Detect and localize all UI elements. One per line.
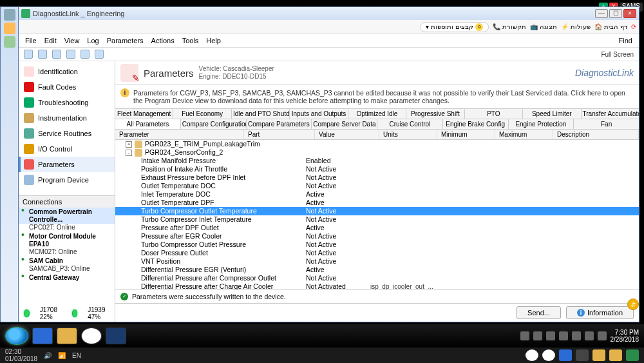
expand-icon[interactable]: + bbox=[126, 141, 132, 148]
tab-fan[interactable]: Fan bbox=[574, 119, 639, 129]
tree-node[interactable]: +PGR023_E_TRIM_PumpLeakageTrim bbox=[115, 140, 639, 148]
menu-parameters[interactable]: Parameters bbox=[107, 37, 144, 44]
host-tray-shield[interactable] bbox=[576, 349, 589, 361]
param-row[interactable]: Outlet Temperature DOCNot Active bbox=[115, 182, 639, 190]
connection-item[interactable]: Common Powertrain Controlle... bbox=[19, 208, 115, 224]
sidebar-item-troubleshooting[interactable]: Troubleshooting bbox=[19, 95, 115, 110]
taskbar-teamviewer-icon[interactable] bbox=[81, 328, 102, 344]
menu-help[interactable]: Help bbox=[206, 37, 221, 44]
param-row[interactable]: Intake Manifold PressureEnabled bbox=[115, 157, 639, 165]
tray-icon[interactable] bbox=[572, 331, 581, 340]
tab-fleet-management[interactable]: Fleet Management bbox=[115, 109, 173, 119]
sidebar-item-fault-codes[interactable]: Fault Codes bbox=[19, 79, 115, 95]
tab-cruise-control[interactable]: Cruise Control bbox=[377, 119, 443, 129]
col-units[interactable]: Units bbox=[379, 130, 437, 139]
tab-compare-server-data[interactable]: Compare Server Data bbox=[312, 119, 377, 129]
host-taskbar[interactable]: 02:3001/03/2018 🔊 📶 EN bbox=[0, 348, 644, 363]
sidebar-item-service-routines[interactable]: Service Routines bbox=[19, 126, 115, 141]
param-row[interactable]: Turbo Compressor Outlet PressureNot Acti… bbox=[115, 240, 639, 249]
sidebar-item-i-o-control[interactable]: I/O Control bbox=[19, 141, 115, 157]
param-row[interactable]: Differential Pressure after Charge Air C… bbox=[115, 282, 639, 289]
ext-tab[interactable]: ☺קבצים ותוספות ▾ bbox=[420, 22, 489, 32]
tab-engine-protection[interactable]: Engine Protection bbox=[509, 119, 574, 129]
windows-taskbar[interactable]: 7:30 PM2/28/2018 bbox=[0, 324, 644, 348]
tree-node[interactable]: -PGR024_SensorConfig_2 bbox=[115, 148, 639, 157]
menu-log[interactable]: Log bbox=[87, 37, 99, 44]
toolbar-icon[interactable] bbox=[66, 50, 75, 59]
tab-inputs-and-outputs[interactable]: Inputs and Outputs bbox=[290, 109, 348, 119]
param-row[interactable]: Turbo Compressor Inlet TemperatureNot Ac… bbox=[115, 215, 639, 224]
sidebar-item-instrumentation[interactable]: Instrumentation bbox=[19, 110, 115, 126]
host-tray-teamviewer[interactable] bbox=[542, 349, 555, 361]
col-part[interactable]: Part bbox=[244, 130, 315, 139]
tab-engine-brake-config[interactable]: Engine Brake Config bbox=[443, 119, 509, 129]
grid-body[interactable]: +PGR023_E_TRIM_PumpLeakageTrim-PGR024_Se… bbox=[115, 140, 639, 289]
ext-home[interactable]: דף הבית 🏠 bbox=[594, 23, 627, 30]
col-minimum[interactable]: Minimum bbox=[437, 130, 495, 139]
sidebar-item-program-device[interactable]: Program Device bbox=[19, 172, 115, 188]
param-row[interactable]: VNT PositionNot Active bbox=[115, 257, 639, 266]
param-row[interactable]: Differential Pressure after Compressor O… bbox=[115, 274, 639, 282]
param-row[interactable]: Doser Pressure OutletNot Active bbox=[115, 249, 639, 257]
maximize-button[interactable]: ☐ bbox=[609, 9, 622, 18]
toolbar-icon[interactable] bbox=[80, 50, 90, 59]
host-tray-app[interactable] bbox=[626, 349, 639, 361]
tray-icon[interactable] bbox=[559, 331, 568, 340]
param-row[interactable]: Outlet Temperature DPFActive bbox=[115, 199, 639, 207]
sidebar-item-identification[interactable]: Identification bbox=[19, 64, 115, 79]
menu-tools[interactable]: Tools bbox=[182, 37, 199, 44]
tray-icon[interactable] bbox=[546, 331, 555, 340]
system-tray[interactable]: 7:30 PM2/28/2018 bbox=[520, 329, 639, 343]
warning-banner[interactable]: Parameters for CGW_P3, MSF_P3, SAMCAB_P3… bbox=[115, 85, 639, 108]
tab-optimized-idle[interactable]: Optimized Idle bbox=[348, 109, 406, 119]
minimize-button[interactable]: — bbox=[595, 9, 608, 18]
param-row[interactable]: Turbo Compressor Outlet TemperatureNot A… bbox=[115, 207, 639, 215]
tab-pto[interactable]: PTO bbox=[465, 109, 523, 119]
tab-transfer-accumulators[interactable]: Transfer Accumulators bbox=[582, 109, 639, 119]
connection-item[interactable]: Central Gateway bbox=[19, 273, 115, 282]
titlebar[interactable]: DiagnosticLink _ Engineering — ☐ × bbox=[19, 7, 639, 20]
tray-volume-icon[interactable] bbox=[598, 331, 607, 340]
tray-icon[interactable] bbox=[533, 331, 542, 340]
tab-compare-parameters[interactable]: Compare Parameters bbox=[247, 119, 312, 129]
col-parameter[interactable]: Parameter bbox=[115, 130, 244, 139]
host-net-icon[interactable]: 📶 bbox=[58, 352, 66, 359]
fullscreen-link[interactable]: Full Screen bbox=[601, 51, 634, 58]
tray-clock[interactable]: 7:30 PM2/28/2018 bbox=[611, 329, 639, 343]
connections-body[interactable]: Common Powertrain Controlle...CPC02T: On… bbox=[19, 208, 115, 282]
find-label[interactable]: Find bbox=[619, 37, 632, 44]
taskbar-diagnosticlink-icon[interactable] bbox=[106, 328, 126, 344]
tab-fuel-economy[interactable]: Fuel Economy bbox=[173, 109, 231, 119]
tab-idle-and-pto-shutdown[interactable]: Idle and PTO Shutdown bbox=[232, 109, 290, 119]
col-maximum[interactable]: Maximum bbox=[495, 130, 553, 139]
tab-all-parameters[interactable]: All Parameters bbox=[115, 119, 181, 129]
host-tray-folder[interactable] bbox=[592, 349, 605, 361]
host-lang[interactable]: EN bbox=[72, 352, 81, 359]
param-row[interactable]: Inlet Temperature DOCActive bbox=[115, 190, 639, 199]
toolbar-icon[interactable] bbox=[38, 50, 47, 59]
tray-network-icon[interactable] bbox=[585, 331, 594, 340]
pending-changes-badge[interactable]: ⇵ bbox=[627, 299, 639, 310]
ext-refresh-icon[interactable]: ⟳ bbox=[631, 23, 636, 30]
close-button[interactable]: × bbox=[623, 9, 636, 18]
expand-icon[interactable]: - bbox=[126, 150, 132, 156]
information-button[interactable]: Information bbox=[566, 306, 634, 319]
param-row[interactable]: Pressure after EGR CoolerNot Active bbox=[115, 232, 639, 240]
connection-item[interactable]: SAM Cabin bbox=[19, 257, 115, 265]
tab-compare-configuration[interactable]: Compare Configuration bbox=[181, 119, 247, 129]
toolbar-icon[interactable] bbox=[52, 50, 61, 59]
menu-view[interactable]: View bbox=[64, 37, 80, 44]
menu-actions[interactable]: Actions bbox=[151, 37, 175, 44]
tab-progressive-shift[interactable]: Progressive Shift bbox=[406, 109, 464, 119]
param-row[interactable]: Differential Pressure EGR (Venturi)Activ… bbox=[115, 266, 639, 274]
sidebar-item-parameters[interactable]: Parameters bbox=[19, 157, 115, 172]
connection-item[interactable]: Motor Control Module EPA10 bbox=[19, 232, 115, 248]
param-row[interactable]: Position of Intake Air ThrottleNot Activ… bbox=[115, 165, 639, 173]
param-row[interactable]: Exhaust Pressure before DPF InletNot Act… bbox=[115, 173, 639, 182]
col-description[interactable]: Description bbox=[553, 130, 639, 139]
param-row[interactable]: Pressure after DPF OutletActive bbox=[115, 224, 639, 232]
taskbar-explorer-icon[interactable] bbox=[57, 328, 77, 344]
ext-comm[interactable]: תקשורת 📞 bbox=[493, 23, 526, 30]
toolbar-icon[interactable] bbox=[95, 50, 104, 59]
ext-actions[interactable]: פעולות ⚡ bbox=[561, 23, 591, 30]
